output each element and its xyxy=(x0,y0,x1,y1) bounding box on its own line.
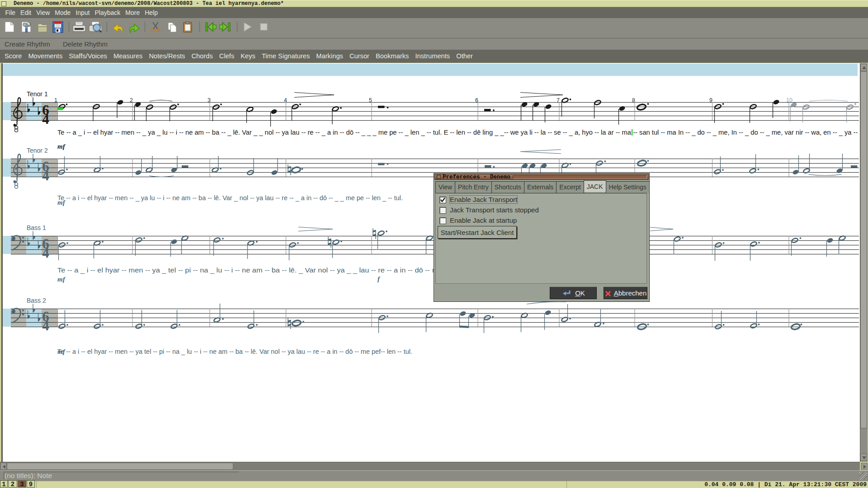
svg-text:2: 2 xyxy=(130,97,133,103)
svg-text:4: 4 xyxy=(42,318,49,333)
svg-text:Te -- a i -- el hyar -- men --: Te -- a i -- el hyar -- men -- _ ya lu -… xyxy=(57,194,403,202)
svg-text:mf: mf xyxy=(57,276,66,283)
svg-text:6: 6 xyxy=(475,97,478,103)
svg-text:Tenor 2: Tenor 2 xyxy=(27,147,48,154)
svg-text:8: 8 xyxy=(632,97,635,103)
svg-text:mf: mf xyxy=(57,348,66,355)
svg-text:Te -- a i -- el hyar -- men --: Te -- a i -- el hyar -- men -- ya tel --… xyxy=(57,348,412,355)
svg-text:10: 10 xyxy=(786,97,793,103)
svg-text:Bass 1: Bass 1 xyxy=(27,224,46,231)
svg-text:f: f xyxy=(377,275,381,282)
svg-text:Te -- a _ i -- el hyar -- men: Te -- a _ i -- el hyar -- men -- _ ya _ … xyxy=(57,129,867,136)
svg-text:Te -- a _ i -- el hyar -- men: Te -- a _ i -- el hyar -- men -- ya _ te… xyxy=(57,267,491,274)
svg-text:1: 1 xyxy=(54,97,57,103)
svg-text:4: 4 xyxy=(284,97,287,103)
svg-text:3: 3 xyxy=(208,97,211,103)
svg-text:4: 4 xyxy=(42,111,49,127)
svg-text:7: 7 xyxy=(557,97,560,103)
svg-text:9: 9 xyxy=(709,97,712,103)
svg-text:mf: mf xyxy=(57,199,66,206)
svg-text:4: 4 xyxy=(42,245,49,261)
svg-text:4: 4 xyxy=(42,168,49,183)
svg-text:Tenor 1: Tenor 1 xyxy=(27,90,48,98)
svg-text:5: 5 xyxy=(369,97,372,103)
svg-text:Bass 2: Bass 2 xyxy=(27,297,46,304)
svg-text:mf: mf xyxy=(57,143,66,150)
